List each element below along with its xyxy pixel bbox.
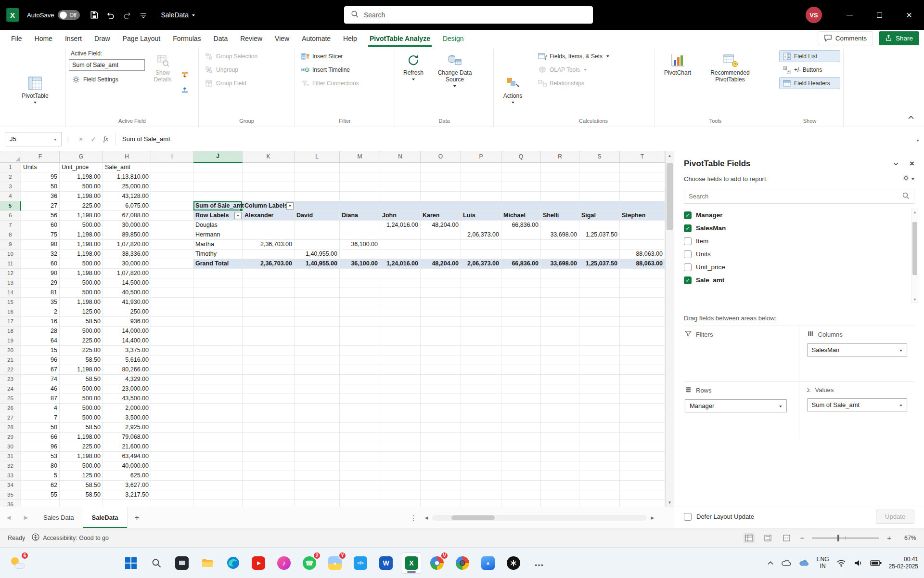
formula-content[interactable]: Sum of Sale_amt [122,135,170,143]
cell-I4[interactable] [151,192,193,201]
cell-L32[interactable] [295,461,340,471]
cell-R14[interactable] [541,288,579,298]
row-header-36[interactable]: 36 [0,500,21,507]
cell-I30[interactable] [151,442,193,452]
cell-J28[interactable] [193,423,243,433]
cell-L27[interactable] [295,413,340,423]
cell-P34[interactable] [461,481,501,490]
cell-F6[interactable]: 56 [21,211,60,221]
cell-N30[interactable] [380,442,421,452]
cell-F29[interactable]: 66 [21,433,60,442]
cell-F4[interactable]: 36 [21,192,60,201]
cell-P29[interactable] [461,433,501,442]
cell-T32[interactable] [620,461,665,471]
cell-R30[interactable] [541,442,579,452]
cell-K3[interactable] [243,182,295,192]
cell-N20[interactable] [380,346,421,355]
cell-S35[interactable] [579,490,620,500]
cell-S17[interactable] [579,317,620,327]
cell-P5[interactable] [461,201,501,211]
cell-L19[interactable] [295,336,340,346]
cell-I20[interactable] [151,346,193,355]
cell-H22[interactable]: 80,266.00 [103,365,151,375]
cell-G26[interactable]: 500.00 [60,404,103,413]
cell-K1[interactable] [243,163,295,172]
cell-I9[interactable] [151,240,193,250]
cell-R10[interactable] [541,250,579,259]
cell-J26[interactable] [193,404,243,413]
cell-T36[interactable] [620,500,665,507]
cell-L11[interactable]: 1,40,955.00 [295,259,340,269]
cell-P4[interactable] [461,192,501,201]
new-sheet-button[interactable]: + [128,507,147,528]
vscode-icon[interactable]: </> [350,552,371,574]
cell-L23[interactable] [295,375,340,384]
zoom-level[interactable]: 67% [899,535,916,541]
row-header-14[interactable]: 14 [0,288,21,298]
row-header-35[interactable]: 35 [0,490,21,500]
name-box[interactable]: J5 [5,132,62,146]
cell-H33[interactable]: 625.00 [103,471,151,481]
cell-F23[interactable]: 74 [21,375,60,384]
cell-F11[interactable]: 60 [21,259,60,269]
minimize-button[interactable] [834,0,864,30]
cell-Q25[interactable] [501,394,541,404]
recommended-pivottables-button[interactable]: ? Recommended PivotTables [699,50,761,117]
cell-M13[interactable] [340,278,380,288]
column-header-T[interactable]: T [620,151,665,163]
cell-P20[interactable] [461,346,501,355]
cell-N34[interactable] [380,481,421,490]
checkbox-sale-amt[interactable]: ✓ [684,276,692,284]
cell-K22[interactable] [243,365,295,375]
cell-O2[interactable] [421,172,461,182]
pane-close-icon[interactable]: × [910,159,914,169]
cell-K11[interactable]: 2,36,703.00 [243,259,295,269]
cell-J1[interactable] [193,163,243,172]
cell-F26[interactable]: 4 [21,404,60,413]
cell-R24[interactable] [541,384,579,394]
cell-L35[interactable] [295,490,340,500]
cell-R33[interactable] [541,471,579,481]
cell-L14[interactable] [295,288,340,298]
ribbon-tab-page-layout[interactable]: Page Layout [116,30,167,47]
cell-O14[interactable] [421,288,461,298]
cell-P10[interactable] [461,250,501,259]
show-details-button[interactable]: Show Details [149,50,177,117]
chatgpt-icon[interactable] [503,552,524,574]
column-header-Q[interactable]: Q [501,151,541,163]
cell-I6[interactable] [151,211,193,221]
cell-P26[interactable] [461,404,501,413]
cell-F16[interactable]: 2 [21,307,60,317]
drill-down-button[interactable] [179,70,191,81]
cell-L15[interactable] [295,298,340,307]
cell-J14[interactable] [193,288,243,298]
cell-F14[interactable]: 81 [21,288,60,298]
cell-P35[interactable] [461,490,501,500]
cell-O9[interactable] [421,240,461,250]
cell-J33[interactable] [193,471,243,481]
cell-L33[interactable] [295,471,340,481]
cell-H10[interactable]: 38,336.00 [103,250,151,259]
column-header-J[interactable]: J [193,151,243,163]
cell-N14[interactable] [380,288,421,298]
cell-F24[interactable]: 46 [21,384,60,394]
edge-icon[interactable] [222,552,244,574]
column-header-I[interactable]: I [151,151,193,163]
battery-icon[interactable] [870,560,882,566]
ribbon-tab-view[interactable]: View [269,30,295,47]
search-icon[interactable] [146,552,167,574]
scroll-down-icon[interactable]: ▼ [666,498,674,507]
save-button[interactable] [87,7,102,23]
cell-J7[interactable]: Douglas [193,221,243,230]
cell-N31[interactable] [380,452,421,461]
cell-I21[interactable] [151,355,193,365]
cell-F27[interactable]: 7 [21,413,60,423]
cell-H36[interactable] [103,500,151,507]
cell-G10[interactable]: 1,198.00 [60,250,103,259]
cell-P13[interactable] [461,278,501,288]
cell-T23[interactable] [620,375,665,384]
cell-S30[interactable] [579,442,620,452]
ungroup-button[interactable]: Ungroup [202,64,292,76]
cell-H12[interactable]: 1,07,820.00 [103,269,151,278]
cell-N29[interactable] [380,433,421,442]
